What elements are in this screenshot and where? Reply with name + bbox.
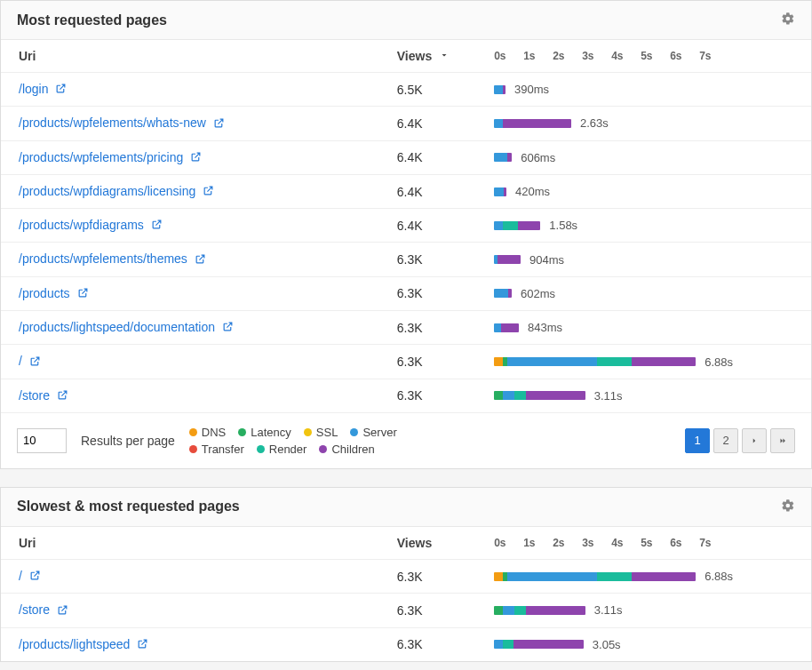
col-header-views[interactable]: Views [390,40,487,73]
table-row: /products/wpfdiagrams6.4K1.58s [1,209,811,243]
external-link-icon[interactable] [77,287,89,301]
uri-link[interactable]: /products/wpfelements/themes [19,251,187,266]
timing-label: 602ms [521,287,555,300]
legend-item-dns[interactable]: DNS [189,426,226,439]
timing-segment-render [597,572,633,581]
page-last-button[interactable] [770,428,795,453]
timing-label: 904ms [529,253,564,267]
col-header-uri[interactable]: Uri [1,527,390,560]
views-cell: 6.5K [390,73,487,107]
legend-item-latency[interactable]: Latency [238,426,291,439]
timing-segment-latency [494,606,503,615]
uri-link[interactable]: /products [19,286,70,300]
timing-label: 606ms [521,151,555,164]
external-link-icon[interactable] [203,185,214,199]
table-row: /products6.3K602ms [1,276,811,310]
uri-link[interactable]: /store [19,388,50,403]
gear-icon[interactable] [781,12,795,28]
uri-link[interactable]: /products/wpfdiagrams/licensing [19,184,195,198]
uri-link[interactable]: /login [19,82,48,96]
table-row: /products/wpfelements/themes6.3K904ms [1,243,811,276]
legend-dot-icon [304,428,312,436]
legend-item-server[interactable]: Server [350,426,396,439]
table-row: /6.3K6.88s [1,345,811,379]
views-cell: 6.3K [390,627,487,661]
timing-segment-children [526,391,585,400]
timing-segment-children [503,85,506,94]
external-link-icon[interactable] [195,253,206,267]
panel-header: Slowest & most requested pages [1,488,811,527]
legend-dot-icon [238,428,246,436]
external-link-icon[interactable] [190,151,202,165]
timing-segment-children [498,255,521,264]
uri-link[interactable]: /products/wpfelements/pricing [19,150,183,164]
timeline-tick: 4s [611,50,641,62]
timing-segment-server [494,85,503,94]
timing-segment-latency [494,391,503,400]
timing-bar: 1.58s [494,219,804,232]
timing-label: 390ms [514,83,549,96]
panel-title: Slowest & most requested pages [17,499,240,514]
timeline-tick: 3s [582,537,611,549]
external-link-icon[interactable] [29,355,41,370]
uri-link[interactable]: /products/lightspeed/documentation [19,320,215,334]
page-button-1[interactable]: 1 [685,428,710,453]
timeline-tick: 1s [523,50,553,62]
timeline-tick: 2s [553,537,582,549]
timing-segment-server [503,391,514,400]
uri-link[interactable]: / [19,569,22,583]
timing-bar: 602ms [494,287,804,300]
external-link-icon[interactable] [151,219,163,233]
uri-link[interactable]: /products/lightspeed [19,637,130,651]
page-next-button[interactable] [742,428,767,453]
timeline-scale: 0s1s2s3s4s5s6s7s [494,537,728,549]
timeline-tick: 6s [670,537,699,549]
legend-dot-icon [319,445,327,453]
external-link-icon[interactable] [57,389,68,403]
timing-label: 420ms [515,185,550,198]
gear-icon[interactable] [781,499,795,515]
timing-segment-children [518,221,541,230]
timeline-tick: 0s [494,537,523,549]
timing-segment-render [514,606,526,615]
timing-bar: 6.88s [494,570,804,583]
table-slowest: Uri Views 0s1s2s3s4s5s6s7s /6.3K6.88s/st… [1,527,811,661]
external-link-icon[interactable] [55,83,67,97]
views-cell: 6.3K [390,345,487,379]
external-link-icon[interactable] [29,570,41,584]
timing-segment-children [504,187,506,196]
timing-label: 3.11s [594,603,623,617]
col-header-uri[interactable]: Uri [1,40,390,73]
external-link-icon[interactable] [137,638,148,652]
timing-segment-render [503,221,518,230]
panel-most-requested: Most requested pages Uri Views 0s1s2s3s4… [0,0,812,469]
uri-link[interactable]: /store [19,602,50,617]
uri-link[interactable]: /products/wpfdiagrams [19,218,144,232]
uri-link[interactable]: /products/wpfelements/whats-new [19,116,206,130]
timing-bar: 843ms [494,321,804,334]
uri-link[interactable]: / [19,354,22,368]
legend-item-transfer[interactable]: Transfer [189,443,244,456]
views-cell: 6.4K [390,209,487,243]
col-header-views[interactable]: Views [390,527,487,560]
external-link-icon[interactable] [222,321,234,335]
timing-bar: 6.88s [494,355,804,369]
legend-dot-icon [189,445,197,453]
timing-bar: 3.11s [494,389,804,403]
table-row: /products/lightspeed6.3K3.05s [1,627,811,661]
results-per-page-input[interactable] [17,428,67,453]
legend-item-ssl[interactable]: SSL [304,426,338,439]
legend-item-children[interactable]: Children [319,443,374,456]
timing-segment-server [507,572,597,581]
external-link-icon[interactable] [213,117,225,132]
legend-dot-icon [350,428,358,436]
timing-segment-render [597,357,633,366]
timeline-scale: 0s1s2s3s4s5s6s7s [494,50,728,62]
timeline-tick: 6s [670,50,699,62]
chevron-down-icon [439,49,450,63]
timeline-tick: 1s [523,537,553,549]
col-header-timeline: 0s1s2s3s4s5s6s7s [487,527,811,560]
external-link-icon[interactable] [57,604,68,618]
legend-item-render[interactable]: Render [257,443,307,456]
page-button-2[interactable]: 2 [713,428,738,453]
